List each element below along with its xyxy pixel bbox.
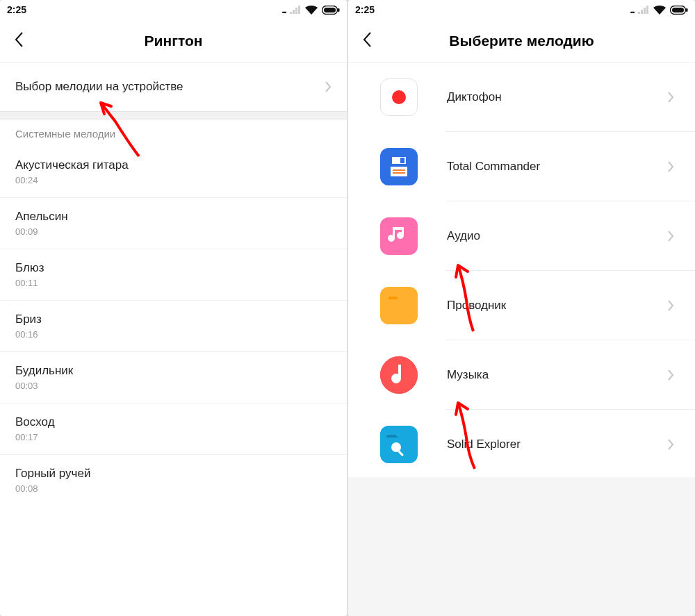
wifi-icon [653, 6, 666, 15]
folder-icon [380, 287, 418, 324]
svg-rect-1 [324, 8, 336, 13]
audio-icon [380, 217, 418, 255]
song-name: Горный ручей [15, 467, 332, 481]
chevron-right-icon [667, 438, 674, 451]
app-label: Проводник [447, 299, 667, 313]
song-duration: 00:24 [15, 175, 332, 185]
song-duration: 00:11 [15, 278, 332, 288]
section-divider [0, 111, 347, 119]
songs-list: Акустическая гитара00:24Апельсин00:09Блю… [0, 147, 347, 506]
status-time: 2:25 [7, 4, 26, 15]
app-row-music[interactable]: Музыка [348, 340, 695, 410]
solid-icon [380, 426, 418, 463]
apps-list: ДиктофонTotal CommanderАудиоПроводникМуз… [348, 63, 695, 479]
song-name: Бриз [15, 313, 332, 326]
signal-icon [638, 6, 649, 14]
record-icon [380, 78, 418, 116]
battery-icon [322, 6, 340, 15]
chevron-left-icon [362, 31, 372, 48]
song-row[interactable]: Восход00:17 [0, 403, 347, 454]
status-icons: ... [630, 4, 688, 15]
back-button[interactable] [14, 31, 24, 51]
signal-icon [290, 6, 301, 14]
chevron-left-icon [14, 31, 24, 48]
song-row[interactable]: Горный ручей00:08 [0, 454, 347, 506]
chevron-right-icon [667, 160, 674, 173]
chevron-right-icon [667, 369, 674, 381]
choose-from-device-row[interactable]: Выбор мелодии на устройстве [0, 63, 347, 111]
status-bar: 2:25 ... [348, 0, 695, 19]
section-header: Системные мелодии [0, 119, 347, 147]
music-icon [380, 356, 418, 394]
back-button[interactable] [362, 31, 372, 51]
song-duration: 00:08 [15, 483, 332, 494]
network-dots-icon: ... [630, 4, 634, 15]
app-row-record[interactable]: Диктофон [348, 63, 695, 132]
app-row-audio[interactable]: Аудио [348, 201, 695, 271]
app-label: Solid Explorer [447, 438, 667, 451]
song-row[interactable]: Будильник00:03 [0, 351, 347, 403]
song-row[interactable]: Акустическая гитара00:24 [0, 147, 347, 197]
page-title: Выберите мелодию [348, 33, 695, 49]
status-icons: ... [281, 4, 340, 15]
status-bar: 2:25 ... [0, 0, 347, 19]
app-row-floppy[interactable]: Total Commander [348, 132, 695, 201]
song-name: Будильник [15, 364, 332, 378]
choose-from-device-label: Выбор мелодии на устройстве [15, 80, 183, 94]
phone-screen-left: 2:25 ... Рингтон Выбор мелодии на устрой… [0, 0, 347, 616]
svg-rect-11 [393, 172, 405, 174]
song-name: Акустическая гитара [15, 158, 332, 172]
song-row[interactable]: Апельсин00:09 [0, 197, 347, 249]
song-duration: 00:09 [15, 226, 332, 237]
app-label: Аудио [447, 229, 667, 243]
app-label: Диктофон [447, 90, 667, 104]
app-label: Total Commander [447, 160, 667, 174]
wifi-icon [305, 6, 318, 15]
phone-screen-right: 2:25 ... Выберите мелодию ДиктофонTotal … [348, 0, 695, 616]
svg-rect-5 [686, 8, 688, 12]
chevron-right-icon [667, 299, 674, 312]
network-dots-icon: ... [281, 4, 286, 15]
svg-rect-10 [393, 169, 405, 171]
status-time: 2:25 [355, 4, 375, 15]
chevron-right-icon [667, 230, 674, 242]
svg-rect-9 [391, 167, 407, 176]
floppy-icon [380, 148, 418, 185]
svg-point-13 [391, 442, 401, 452]
empty-area [348, 477, 695, 616]
song-name: Апельсин [15, 210, 332, 224]
song-duration: 00:03 [15, 381, 332, 391]
song-duration: 00:16 [15, 329, 332, 340]
svg-rect-4 [672, 8, 684, 13]
song-name: Восход [15, 415, 332, 429]
app-header: Выберите мелодию [348, 19, 695, 63]
page-title: Рингтон [0, 33, 347, 49]
app-header: Рингтон [0, 19, 347, 63]
chevron-right-icon [325, 81, 332, 93]
svg-rect-2 [338, 8, 340, 12]
battery-icon [670, 6, 688, 15]
chevron-right-icon [667, 91, 674, 103]
song-row[interactable]: Бриз00:16 [0, 300, 347, 351]
song-row[interactable]: Блюз00:11 [0, 249, 347, 300]
svg-rect-8 [400, 158, 404, 163]
app-label: Музыка [447, 368, 667, 382]
song-name: Блюз [15, 261, 332, 275]
app-row-folder[interactable]: Проводник [348, 271, 695, 340]
app-row-solid[interactable]: Solid Explorer [348, 410, 695, 479]
song-duration: 00:17 [15, 432, 332, 442]
